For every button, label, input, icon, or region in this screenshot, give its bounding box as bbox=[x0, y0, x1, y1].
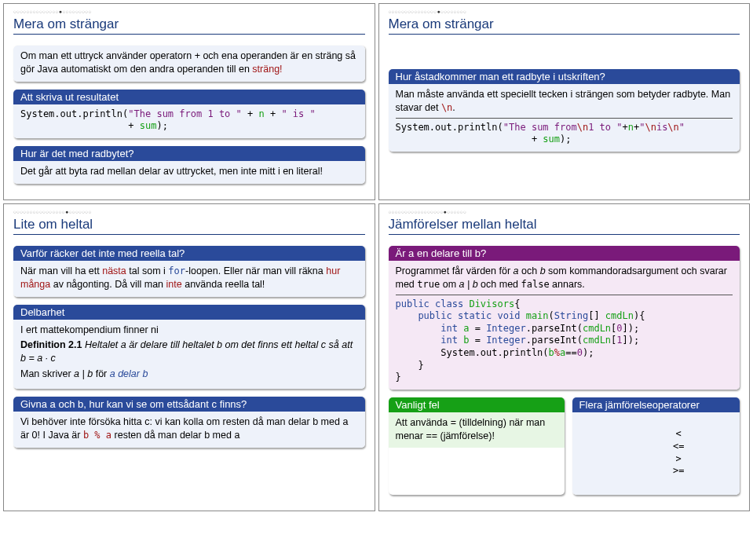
block-head: Vanligt fel bbox=[389, 397, 565, 412]
block-body: Att använda = (tilldelning) när man mena… bbox=[389, 412, 565, 448]
block-head: Delbarhet bbox=[13, 305, 365, 320]
progress-dots: ○○○○○○○○○○○○○○○○○●○○○○○○ bbox=[389, 209, 740, 215]
period: . bbox=[452, 102, 455, 113]
divider bbox=[396, 295, 733, 295]
op-lt: < bbox=[667, 428, 690, 441]
slide-title: Lite om heltal bbox=[13, 217, 365, 232]
block-head: Hur åstadkommer man ett radbyte i utskri… bbox=[389, 69, 740, 84]
block-head: Givna a och b, hur kan vi se om ettsådan… bbox=[13, 397, 365, 412]
line1: I ert mattekompendium finner ni bbox=[20, 324, 358, 337]
progress-dots: ○○○○○○○○○○○○○○●○○○○○○○○○ bbox=[13, 9, 365, 15]
slide-integers: ○○○○○○○○○○○○○○○○●○○○○○○○ Lite om heltal … bbox=[3, 203, 375, 511]
block-head: Flera jämförelseoperatorer bbox=[572, 397, 740, 412]
slide-grid: ○○○○○○○○○○○○○○●○○○○○○○○○ Mera om stränga… bbox=[3, 3, 750, 511]
op-le: <= bbox=[667, 441, 690, 453]
block-divisor-example: Är a en delare till b? Programmet får vä… bbox=[389, 246, 740, 390]
block-common-error: Vanligt fel Att använda = (tilldelning) … bbox=[389, 397, 565, 496]
block-body: Det går att byta rad mellan delar av utt… bbox=[13, 161, 365, 184]
code-block: System.out.println("The sum from 1 to " … bbox=[13, 104, 365, 138]
definition-label: Definition 2.1 bbox=[20, 339, 82, 350]
slide-strings-2: ○○○○○○○○○○○○○○○●○○○○○○○○ Mera om stränga… bbox=[378, 3, 751, 200]
title-rule bbox=[389, 34, 740, 35]
slide-title: Mera om strängar bbox=[389, 16, 740, 32]
block-intro: Om man ett uttryck använder operatorn + … bbox=[13, 46, 365, 82]
block-find-c: Givna a och b, hur kan vi se om ettsådan… bbox=[13, 397, 365, 448]
slide-strings-1: ○○○○○○○○○○○○○○●○○○○○○○○○ Mera om stränga… bbox=[3, 3, 375, 200]
progress-dots: ○○○○○○○○○○○○○○○●○○○○○○○○ bbox=[389, 9, 740, 15]
code-block: System.out.println("The sum from\n1 to "… bbox=[396, 122, 733, 146]
op-gt: > bbox=[667, 453, 690, 466]
slide-title: Mera om strängar bbox=[13, 16, 365, 32]
block-print-result: Att skriva ut resultatet System.out.prin… bbox=[13, 90, 365, 138]
block-head: Varför räcker det inte med reella tal? bbox=[13, 246, 365, 261]
title-rule bbox=[389, 234, 740, 235]
title-rule bbox=[13, 34, 365, 35]
block-head: Att skriva ut resultatet bbox=[13, 90, 365, 104]
block-newline: Hur åstadkommer man ett radbyte i utskri… bbox=[389, 69, 740, 152]
block-head: Är a en delare till b? bbox=[389, 246, 740, 261]
mod-expr: b % a bbox=[83, 430, 111, 441]
newline-escape: \n bbox=[441, 102, 452, 113]
intro-text: Om man ett uttryck använder operatorn + … bbox=[20, 50, 356, 75]
slide-title: Jämförelser mellan heltal bbox=[389, 217, 740, 232]
intro-highlight: sträng! bbox=[252, 64, 282, 75]
title-rule bbox=[13, 234, 365, 235]
block-more-ops: Flera jämförelseoperatorer < <= > >= bbox=[572, 397, 740, 496]
block-linebreak-q: Hur är det med radbytet? Det går att byt… bbox=[13, 146, 365, 184]
block-divisibility: Delbarhet I ert mattekompendium finner n… bbox=[13, 305, 365, 390]
slide-compare: ○○○○○○○○○○○○○○○○○●○○○○○○ Jämförelser mel… bbox=[378, 203, 751, 511]
code-block: public class Divisors{ public static voi… bbox=[396, 298, 733, 384]
block-head: Hur är det med radbytet? bbox=[13, 146, 365, 161]
op-ge: >= bbox=[667, 465, 690, 478]
block-why-int: Varför räcker det inte med reella tal? N… bbox=[13, 246, 365, 297]
divider bbox=[396, 118, 733, 119]
progress-dots: ○○○○○○○○○○○○○○○○●○○○○○○○ bbox=[13, 209, 365, 215]
